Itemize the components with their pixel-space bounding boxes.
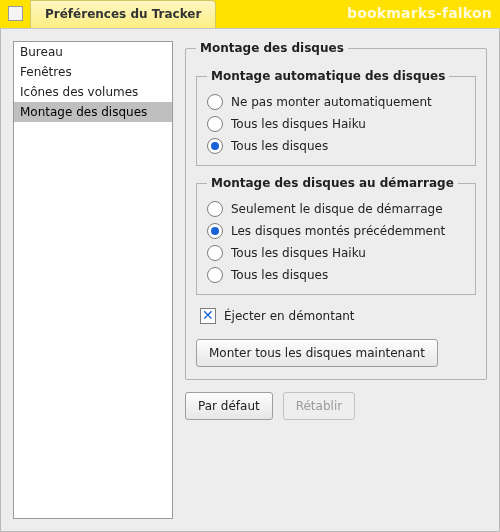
boot-mount-label: Seulement le disque de démarrage xyxy=(231,202,443,216)
auto-mount-label: Ne pas monter automatiquement xyxy=(231,95,432,109)
disk-mounting-group-title: Montage des disques xyxy=(196,41,348,55)
auto-mount-legend: Montage automatique des disques xyxy=(207,69,449,83)
boot-mount-legend: Montage des disques au démarrage xyxy=(207,176,458,190)
boot-mount-radio[interactable] xyxy=(207,245,223,261)
boot-mount-label: Les disques montés précédemment xyxy=(231,224,445,238)
sidebar-item[interactable]: Icônes des volumes xyxy=(14,82,172,102)
boot-mount-radio[interactable] xyxy=(207,223,223,239)
defaults-button[interactable]: Par défaut xyxy=(185,392,273,420)
auto-mount-label: Tous les disques xyxy=(231,139,328,153)
window-close-box[interactable] xyxy=(8,6,23,21)
boot-mount-option[interactable]: Seulement le disque de démarrage xyxy=(207,198,465,220)
footer-buttons: Par défaut Rétablir xyxy=(185,390,487,420)
boot-mount-radio[interactable] xyxy=(207,201,223,217)
background-tab-label: bookmarks-falkon xyxy=(347,5,492,21)
eject-label: Éjecter en démontant xyxy=(224,309,355,323)
sidebar-item[interactable]: Montage des disques xyxy=(14,102,172,122)
window-body: BureauFenêtresIcônes des volumesMontage … xyxy=(0,28,500,532)
auto-mount-label: Tous les disques Haiku xyxy=(231,117,366,131)
auto-mount-radio[interactable] xyxy=(207,116,223,132)
window-title-tab[interactable]: Préférences du Tracker xyxy=(30,0,216,28)
window-title-text: Préférences du Tracker xyxy=(45,7,201,21)
auto-mount-option[interactable]: Tous les disques xyxy=(207,135,465,157)
sidebar-item[interactable]: Fenêtres xyxy=(14,62,172,82)
auto-mount-option[interactable]: Ne pas monter automatiquement xyxy=(207,91,465,113)
boot-mount-label: Tous les disques Haiku xyxy=(231,246,366,260)
boot-mount-label: Tous les disques xyxy=(231,268,328,282)
auto-mount-radio[interactable] xyxy=(207,138,223,154)
auto-mount-group: Montage automatique des disques Ne pas m… xyxy=(196,69,476,166)
boot-mount-option[interactable]: Les disques montés précédemment xyxy=(207,220,465,242)
boot-mount-option[interactable]: Tous les disques xyxy=(207,264,465,286)
revert-button: Rétablir xyxy=(283,392,355,420)
sidebar-item[interactable]: Bureau xyxy=(14,42,172,62)
boot-mount-group: Montage des disques au démarrage Seuleme… xyxy=(196,176,476,295)
eject-on-unmount-option[interactable]: Éjecter en démontant xyxy=(200,305,476,327)
titlebar: Préférences du Tracker bookmarks-falkon xyxy=(0,0,500,28)
auto-mount-option[interactable]: Tous les disques Haiku xyxy=(207,113,465,135)
boot-mount-option[interactable]: Tous les disques Haiku xyxy=(207,242,465,264)
category-listbox[interactable]: BureauFenêtresIcônes des volumesMontage … xyxy=(13,41,173,519)
eject-checkbox[interactable] xyxy=(200,308,216,324)
background-tab: bookmarks-falkon xyxy=(347,0,500,27)
auto-mount-radio[interactable] xyxy=(207,94,223,110)
category-sidebar: BureauFenêtresIcônes des volumesMontage … xyxy=(13,41,173,519)
settings-panel: Montage des disques Montage automatique … xyxy=(185,41,487,519)
disk-mounting-group: Montage des disques Montage automatique … xyxy=(185,41,487,380)
boot-mount-radio[interactable] xyxy=(207,267,223,283)
mount-all-now-button[interactable]: Monter tous les disques maintenant xyxy=(196,339,438,367)
